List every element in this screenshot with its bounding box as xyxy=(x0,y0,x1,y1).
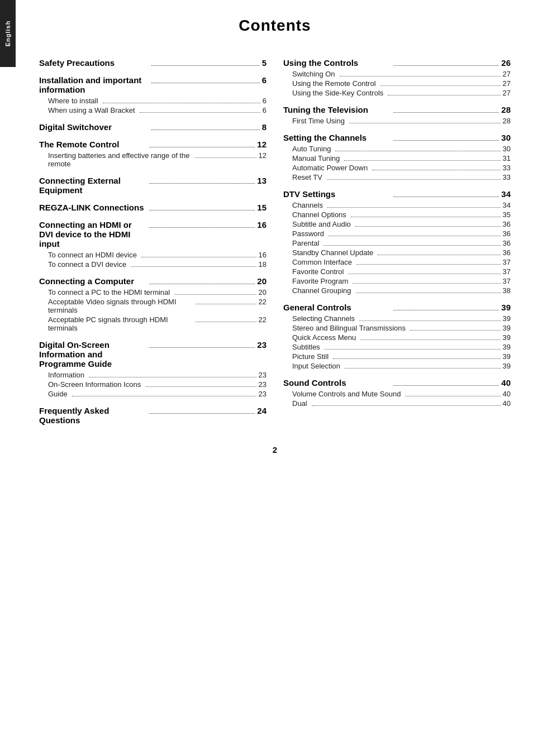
toc-sub-title: Dual xyxy=(292,399,310,408)
toc-sub-entry: Input Selection39 xyxy=(292,362,511,370)
toc-section-connecting-external: Connecting External Equipment13 xyxy=(39,176,266,195)
toc-page-number: 20 xyxy=(257,276,266,286)
toc-sub-title: Stereo and Bilingual Transmissions xyxy=(292,324,408,332)
toc-dots xyxy=(149,210,255,210)
toc-dots xyxy=(149,147,255,147)
toc-sub-dots xyxy=(344,160,500,161)
toc-sub-dots xyxy=(131,266,256,267)
toc-page-number: 6 xyxy=(262,75,266,85)
toc-dots xyxy=(149,347,255,348)
toc-sub-entry: Subtitle and Audio36 xyxy=(292,220,511,228)
toc-main-title: Connecting a Computer xyxy=(39,276,147,286)
toc-main-entry: Digital Switchover8 xyxy=(39,122,266,132)
toc-main-title: Digital On-Screen Information and Progra… xyxy=(39,340,147,369)
toc-sub-page-number: 38 xyxy=(503,286,511,295)
toc-sub-title: Reset TV xyxy=(292,173,325,181)
toc-sub-page-number: 35 xyxy=(503,210,511,219)
toc-sub-page-number: 22 xyxy=(259,298,266,306)
toc-section-regza-link: REGZA-LINK Connections15 xyxy=(39,203,266,212)
toc-main-entry: Connecting a Computer20 xyxy=(39,276,266,286)
toc-sub-title: To connect a DVI device xyxy=(48,260,129,269)
toc-sub-title: Parental xyxy=(292,239,321,247)
toc-sub-title: Common Interface xyxy=(292,258,354,266)
toc-dots xyxy=(149,284,255,284)
toc-section-safety: Safety Precautions5 xyxy=(39,58,266,68)
toc-sub-page-number: 40 xyxy=(503,390,511,398)
toc-main-title: Sound Controls xyxy=(283,378,391,387)
toc-page-number: 40 xyxy=(501,378,511,387)
toc-sub-entry: Information23 xyxy=(48,371,266,379)
toc-main-title: Setting the Channels xyxy=(283,133,391,142)
toc-dots xyxy=(149,227,255,228)
toc-sub-page-number: 39 xyxy=(503,333,511,342)
toc-left-column: Safety Precautions5Installation and impo… xyxy=(39,50,266,428)
toc-main-title: General Controls xyxy=(283,303,391,312)
toc-sub-dots xyxy=(327,179,501,180)
sidebar-label: English xyxy=(4,21,11,47)
toc-sub-title: On-Screen Information Icons xyxy=(48,380,143,389)
toc-sub-entry: Parental36 xyxy=(292,239,511,247)
toc-sub-title: Favorite Control xyxy=(292,267,346,276)
toc-sub-title: Quick Access Menu xyxy=(292,333,358,342)
toc-sub-page-number: 31 xyxy=(503,154,511,162)
toc-page-number: 26 xyxy=(501,58,511,68)
toc-sub-entry: Where to install6 xyxy=(48,97,266,105)
toc-sub-page-number: 33 xyxy=(503,164,511,172)
toc-sub-title: Picture Still xyxy=(292,352,331,361)
toc-dots xyxy=(149,413,255,414)
toc-sub-entry: To connect a DVI device18 xyxy=(48,260,266,269)
toc-main-title: DTV Settings xyxy=(283,189,391,199)
toc-sub-title: Favorite Program xyxy=(292,277,350,285)
toc-sub-page-number: 22 xyxy=(259,315,266,324)
toc-dots xyxy=(151,130,259,130)
toc-sub-page-number: 40 xyxy=(503,399,511,408)
toc-main-entry: The Remote Control12 xyxy=(39,140,266,149)
toc-sub-title: To connect a PC to the HDMI terminal xyxy=(48,288,172,296)
toc-main-title: Frequently Asked Questions xyxy=(39,406,147,425)
toc-section-hdmi-dvi: Connecting an HDMI or DVI device to the … xyxy=(39,220,266,269)
toc-dots xyxy=(393,112,499,113)
toc-page-number: 5 xyxy=(262,58,266,68)
toc-sub-title: Manual Tuning xyxy=(292,154,342,162)
toc-sub-title: Selecting Channels xyxy=(292,314,357,323)
toc-sub-dots xyxy=(103,103,260,103)
toc-section-dtv-settings: DTV Settings34Channels34Channel Options3… xyxy=(283,189,511,295)
toc-sub-dots xyxy=(335,151,500,151)
toc-sub-page-number: 39 xyxy=(503,324,511,332)
toc-sub-dots xyxy=(196,322,256,322)
toc-sub-entry: To connect an HDMI device16 xyxy=(48,251,266,259)
toc-page-number: 30 xyxy=(501,133,511,142)
toc-sub-dots xyxy=(345,368,501,369)
toc-sub-dots xyxy=(355,226,501,227)
toc-sub-page-number: 30 xyxy=(503,145,511,153)
toc-sub-entry: Automatic Power Down33 xyxy=(292,164,511,172)
page-footer: 2 xyxy=(39,445,511,454)
toc-sub-title: Switching On xyxy=(292,70,337,78)
toc-sub-title: Using the Remote Control xyxy=(292,79,378,88)
toc-sub-page-number: 37 xyxy=(503,267,511,276)
toc-sub-dots xyxy=(145,386,256,387)
toc-sub-title: Channel Grouping xyxy=(292,286,354,295)
toc-sub-page-number: 36 xyxy=(503,239,511,247)
toc-sub-title: Automatic Power Down xyxy=(292,164,370,172)
toc-sub-dots xyxy=(329,236,500,236)
toc-section-using-controls: Using the Controls26Switching On27Using … xyxy=(283,58,511,97)
toc-section-sound-controls: Sound Controls40Volume Controls and Mute… xyxy=(283,378,511,408)
toc-sub-entry: Password36 xyxy=(292,229,511,238)
toc-sub-dots xyxy=(380,85,501,86)
toc-dots xyxy=(393,197,499,197)
toc-sub-entry: Channel Options35 xyxy=(292,210,511,219)
toc-sub-title: Where to install xyxy=(48,97,101,105)
toc-page-number: 15 xyxy=(257,203,266,212)
toc-section-setting-channels: Setting the Channels30Auto Tuning30Manua… xyxy=(283,133,511,181)
toc-section-digital-onscreen: Digital On-Screen Information and Progra… xyxy=(39,340,266,398)
toc-dots xyxy=(151,83,259,83)
toc-sub-page-number: 12 xyxy=(259,151,266,160)
toc-sub-page-number: 39 xyxy=(503,352,511,361)
toc-sub-entry: Guide23 xyxy=(48,390,266,398)
toc-main-entry: DTV Settings34 xyxy=(283,189,511,199)
toc-sub-dots xyxy=(323,245,500,246)
toc-sub-dots xyxy=(312,405,501,406)
toc-sub-entry: Subtitles39 xyxy=(292,343,511,351)
toc-main-entry: Using the Controls26 xyxy=(283,58,511,68)
